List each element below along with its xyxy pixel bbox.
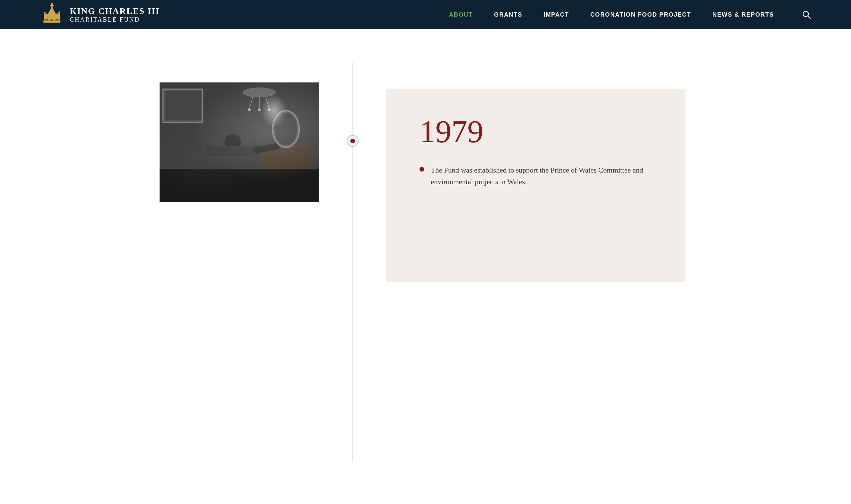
year-description: The Fund was established to support the …: [431, 164, 652, 187]
historic-photo: [160, 83, 319, 202]
photo-image: [160, 83, 319, 202]
vertical-line: [353, 62, 353, 462]
svg-point-2: [45, 13, 47, 14]
svg-rect-28: [253, 143, 280, 154]
site-header: KING CHARLES III CHARITABLE FUND ABOUT G…: [0, 0, 851, 29]
svg-rect-31: [160, 83, 319, 202]
svg-rect-13: [160, 83, 319, 202]
timeline-dot-inner: [350, 139, 355, 143]
timeline-marker: [347, 136, 358, 146]
logo-title: KING CHARLES III: [70, 6, 160, 16]
svg-rect-14: [160, 83, 319, 169]
svg-rect-25: [259, 142, 312, 169]
svg-rect-15: [160, 169, 319, 202]
photo-chandelier: [260, 94, 287, 128]
svg-point-23: [258, 108, 260, 111]
svg-point-3: [57, 13, 59, 14]
svg-rect-17: [165, 91, 201, 120]
svg-line-12: [808, 16, 811, 19]
svg-point-22: [248, 108, 251, 111]
timeline-container: 1979 The Fund was established to support…: [60, 62, 791, 462]
year-card: 1979 The Fund was established to support…: [386, 89, 686, 282]
year-heading: 1979: [419, 116, 652, 148]
nav-item-coronation[interactable]: CORONATION FOOD PROJECT: [591, 11, 691, 18]
svg-point-11: [803, 11, 809, 17]
left-panel: [126, 62, 352, 462]
logo-icon: [40, 3, 64, 26]
svg-point-26: [224, 134, 241, 150]
right-panel: 1979 The Fund was established to support…: [353, 62, 725, 462]
nav-item-news[interactable]: NEWS & REPORTS: [712, 11, 774, 18]
svg-point-10: [51, 3, 53, 5]
svg-rect-5: [50, 5, 54, 6]
main-nav: ABOUT GRANTS IMPACT CORONATION FOOD PROJ…: [449, 10, 811, 19]
search-button[interactable]: [802, 10, 811, 19]
svg-rect-16: [163, 89, 203, 122]
year-content: The Fund was established to support the …: [419, 164, 652, 187]
svg-line-19: [249, 97, 253, 109]
svg-rect-27: [206, 146, 259, 156]
nav-item-impact[interactable]: IMPACT: [544, 11, 569, 18]
svg-rect-9: [43, 21, 60, 23]
site-logo[interactable]: KING CHARLES III CHARITABLE FUND: [40, 3, 160, 26]
logo-text: KING CHARLES III CHARITABLE FUND: [70, 6, 160, 23]
bullet-dot: [419, 167, 424, 172]
timeline-line: [352, 62, 353, 462]
photo-svg: [160, 83, 319, 202]
main-content: 1979 The Fund was established to support…: [0, 29, 851, 504]
nav-item-about[interactable]: ABOUT: [449, 11, 473, 18]
search-icon: [802, 10, 811, 19]
nav-item-grants[interactable]: GRANTS: [494, 11, 522, 18]
logo-subtitle: CHARITABLE FUND: [70, 16, 160, 23]
